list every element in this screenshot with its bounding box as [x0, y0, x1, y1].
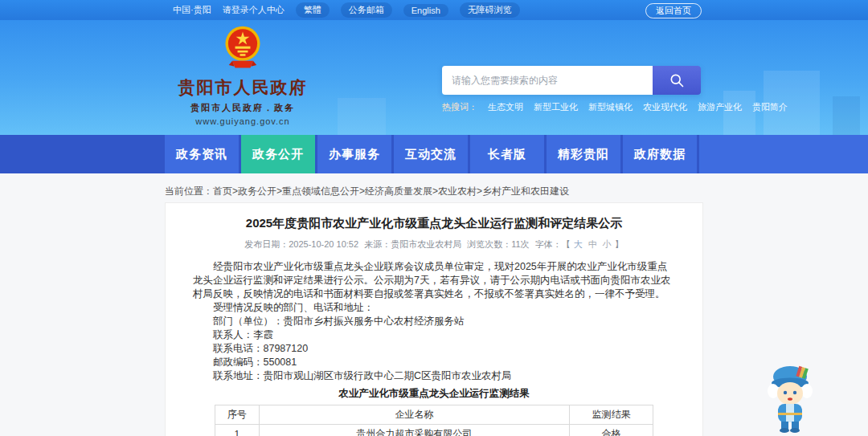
topbar-link-region[interactable]: 中国·贵阳	[173, 4, 211, 16]
font-size-large[interactable]: 大	[574, 239, 583, 249]
nav-tab-zhangzheban[interactable]: 长者版	[470, 135, 544, 173]
search-input[interactable]	[442, 66, 653, 95]
font-size-bracket: 】	[615, 239, 624, 249]
search-icon	[669, 72, 685, 88]
cell-no: 1	[215, 425, 260, 436]
topbar-link-traditional[interactable]: 繁體	[296, 2, 330, 18]
nav-tab-zhengfu-shuju[interactable]: 政府数据	[623, 135, 697, 173]
topbar-links: 中国·贵阳 请登录个人中心 繁體 公务邮箱 English 无障碍浏览	[173, 2, 520, 18]
nav-tab-jingcai-guiyang[interactable]: 精彩贵阳	[547, 135, 620, 173]
article-source: 来源：贵阳市农业农村局	[364, 239, 461, 249]
nav-tab-zhengwu-zixun[interactable]: 政务资讯	[165, 135, 239, 173]
page: 中国·贵阳 请登录个人中心 繁體 公务邮箱 English 无障碍浏览 返回首页	[0, 0, 868, 436]
site-subtitle: 贵阳市人民政府．政务	[170, 102, 315, 114]
site-logo[interactable]: 贵阳市人民政府 贵阳市人民政府．政务 www.guiyang.gov.cn	[170, 25, 315, 126]
site-url: www.guiyang.gov.cn	[170, 116, 315, 126]
contact-address: 联系地址：贵阳市观山湖区市级行政中心二期C区贵阳市农业农村局	[193, 369, 675, 383]
breadcrumb-path[interactable]: 首页>政务公开>重点领域信息公开>经济高质量发展>农业农村>乡村产业和农田建设	[213, 185, 569, 197]
search-area: 热搜词： 生态文明 新型工业化 新型城镇化 农业现代化 旅游产业化 贵阳简介	[442, 66, 701, 113]
table-title: 农业产业化市级重点龙头企业运行监测结果	[193, 387, 675, 401]
topbar-link-english[interactable]: English	[403, 4, 448, 17]
nav-tab-banshi-fuwu[interactable]: 办事服务	[317, 135, 391, 173]
hot-word[interactable]: 旅游产业化	[698, 101, 742, 113]
top-utility-bar: 中国·贵阳 请登录个人中心 繁體 公务邮箱 English 无障碍浏览 返回首页	[0, 0, 868, 20]
header-cell-no: 序号	[215, 405, 260, 425]
topbar-link-accessibility[interactable]: 无障碍浏览	[460, 2, 520, 18]
cell-company: 贵州合力超市采购有限公司	[259, 425, 570, 436]
article-meta: 发布日期：2025-10-20 10:52 来源：贵阳市农业农村局 浏览次数：1…	[193, 238, 675, 251]
hot-word[interactable]: 贵阳简介	[752, 101, 788, 113]
nav-filler	[699, 135, 868, 173]
cityscape-decoration	[833, 96, 860, 135]
topbar-link-login[interactable]: 请登录个人中心	[223, 4, 285, 16]
topbar-link-mail[interactable]: 公务邮箱	[341, 2, 392, 18]
article-body: 经贵阳市农业产业化市级重点龙头企业联席会议成员单位审定，现对2025年开展的农业…	[193, 260, 675, 383]
font-size-small[interactable]: 小	[603, 239, 612, 249]
breadcrumb-label: 当前位置：	[165, 185, 213, 197]
font-size-label: 字体：【	[535, 239, 571, 249]
contact-person: 联系人：李霞	[193, 328, 675, 342]
nav-tab-zhengwu-gongkai[interactable]: 政务公开	[241, 135, 315, 173]
monitor-result-table: 序号 企业名称 监测结果 1 贵州合力超市采购有限公司 合格 2 贵州友禾种业有…	[215, 405, 653, 436]
return-home-button[interactable]: 返回首页	[645, 3, 702, 18]
hot-word[interactable]: 新型城镇化	[588, 101, 633, 113]
hot-word[interactable]: 新型工业化	[534, 101, 578, 113]
article-card: 2025年度贵阳市农业产业化市级重点龙头企业运行监测和评定结果公示 发布日期：2…	[165, 202, 703, 436]
breadcrumb: 当前位置：首页>政务公开>重点领域信息公开>经济高质量发展>农业农村>乡村产业和…	[165, 185, 569, 198]
hot-search-label: 热搜词：	[442, 101, 477, 113]
header-cell-result: 监测结果	[570, 405, 653, 425]
hot-search-row: 热搜词： 生态文明 新型工业化 新型城镇化 农业现代化 旅游产业化 贵阳简介	[442, 101, 701, 113]
contact-phone: 联系电话：87987120	[193, 342, 675, 356]
header-cell-name: 企业名称	[259, 405, 570, 425]
national-emblem-icon	[222, 25, 264, 75]
hot-word[interactable]: 农业现代化	[643, 101, 687, 113]
contact-department: 部门（单位）：贵阳市乡村振兴服务中心农村经济服务站	[193, 315, 675, 328]
main-nav: 政务资讯 政务公开 办事服务 互动交流 长者版 精彩贵阳 政府数据	[0, 135, 868, 173]
mascot-assistant[interactable]	[762, 360, 818, 434]
cityscape-decoration	[338, 98, 386, 135]
cell-result: 合格	[570, 425, 653, 436]
view-count: 浏览次数：11次	[467, 239, 529, 249]
site-name: 贵阳市人民政府	[170, 76, 315, 99]
publish-date: 发布日期：2025-10-20 10:52	[244, 239, 358, 249]
paragraph: 受理情况反映的部门、电话和地址：	[193, 301, 675, 315]
paragraph: 经贵阳市农业产业化市级重点龙头企业联席会议成员单位审定，现对2025年开展的农业…	[193, 260, 675, 301]
table-row: 1 贵州合力超市采购有限公司 合格	[215, 425, 653, 436]
table-header-row: 序号 企业名称 监测结果	[215, 405, 653, 425]
hot-word[interactable]: 生态文明	[488, 101, 523, 113]
font-size-medium[interactable]: 中	[588, 239, 597, 249]
article-title: 2025年度贵阳市农业产业化市级重点龙头企业运行监测和评定结果公示	[193, 214, 675, 232]
nav-tab-hudong-jiaoliu[interactable]: 互动交流	[394, 135, 468, 173]
site-header: 贵阳市人民政府 贵阳市人民政府．政务 www.guiyang.gov.cn 热搜…	[0, 20, 868, 135]
postal-code: 邮政编码：550081	[193, 356, 675, 369]
search-button[interactable]	[653, 66, 701, 95]
